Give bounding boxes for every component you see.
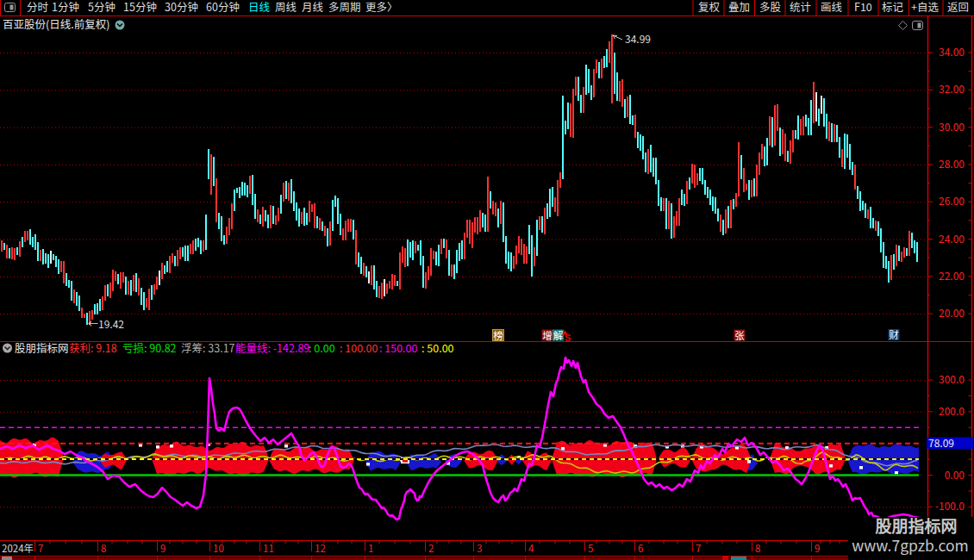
- svg-text:11: 11: [263, 541, 274, 555]
- svg-text:亏损: 90.82: 亏损: 90.82: [122, 339, 177, 356]
- svg-text:0.00: 0.00: [945, 467, 965, 482]
- svg-text:1: 1: [368, 541, 373, 555]
- svg-text:周线: 周线: [275, 0, 297, 15]
- svg-text:8: 8: [101, 541, 106, 555]
- svg-text:多股: 多股: [759, 0, 782, 15]
- svg-text:32.00: 32.00: [939, 81, 965, 96]
- svg-text:分时: 分时: [27, 0, 49, 15]
- svg-text:: 150.00: : 150.00: [379, 339, 418, 356]
- svg-text:百亚股份(日线.前复权): 百亚股份(日线.前复权): [3, 16, 109, 32]
- svg-text:更多〉: 更多〉: [365, 0, 398, 15]
- svg-text:多周期: 多周期: [328, 0, 361, 15]
- svg-text:7: 7: [38, 541, 43, 555]
- svg-text:12: 12: [315, 541, 326, 555]
- svg-text:30.00: 30.00: [939, 119, 965, 134]
- svg-text:叠加: 叠加: [728, 0, 750, 15]
- svg-text:标记: 标记: [882, 0, 904, 15]
- svg-text:60分钟: 60分钟: [206, 0, 240, 15]
- svg-text:浮筹: 33.17: 浮筹: 33.17: [181, 339, 235, 356]
- svg-text:78.09: 78.09: [928, 435, 954, 450]
- svg-text:4: 4: [528, 541, 534, 555]
- svg-text:能量线: -142.89: 能量线: -142.89: [235, 339, 309, 356]
- svg-text:10: 10: [213, 541, 224, 555]
- svg-text:返回: 返回: [947, 0, 969, 15]
- svg-text:34.00: 34.00: [939, 44, 965, 59]
- svg-text:22.00: 22.00: [939, 268, 965, 283]
- svg-text:画线: 画线: [821, 0, 843, 15]
- svg-text:www.7gpzb.com: www.7gpzb.com: [852, 534, 968, 556]
- svg-text:: 100.00: : 100.00: [340, 339, 378, 356]
- svg-text:6: 6: [638, 541, 643, 555]
- svg-text:←19.42: ←19.42: [88, 316, 124, 331]
- svg-text:张: 张: [734, 328, 745, 342]
- svg-text:9: 9: [160, 541, 165, 555]
- svg-text:: 0.00: : 0.00: [309, 339, 335, 356]
- svg-text:300.0: 300.0: [939, 371, 965, 386]
- svg-text:解: 解: [553, 328, 564, 342]
- svg-text:股朋指标网: 股朋指标网: [15, 339, 69, 356]
- svg-text:日线: 日线: [248, 0, 271, 15]
- svg-text:-100.0: -100.0: [935, 498, 965, 513]
- svg-text:8: 8: [755, 541, 760, 555]
- svg-text:2024年: 2024年: [2, 541, 34, 555]
- svg-text:9: 9: [815, 541, 820, 555]
- svg-text:+自选: +自选: [911, 0, 939, 15]
- svg-text:获利: 9.18: 获利: 9.18: [69, 339, 117, 356]
- svg-text:200.0: 200.0: [939, 403, 965, 418]
- svg-text:34.99: 34.99: [625, 31, 651, 46]
- svg-text:28.00: 28.00: [939, 156, 965, 171]
- svg-text:统计: 统计: [790, 0, 811, 15]
- svg-text:财: 财: [889, 327, 899, 341]
- svg-text:3: 3: [477, 541, 482, 555]
- svg-text:榜: 榜: [493, 328, 503, 342]
- svg-text:24.00: 24.00: [939, 231, 965, 246]
- svg-text:复权: 复权: [698, 0, 721, 15]
- svg-text:股朋指标网: 股朋指标网: [875, 513, 957, 537]
- svg-text:30分钟: 30分钟: [165, 0, 198, 15]
- svg-text:2: 2: [428, 541, 434, 555]
- svg-text:15分钟: 15分钟: [123, 0, 157, 15]
- svg-text:5: 5: [588, 541, 593, 555]
- svg-text:1分钟: 1分钟: [52, 0, 79, 15]
- svg-text:5分钟: 5分钟: [88, 0, 116, 15]
- svg-text:7: 7: [696, 541, 701, 555]
- svg-text:增: 增: [542, 328, 553, 342]
- svg-text:: 50.00: : 50.00: [421, 339, 454, 356]
- svg-text:26.00: 26.00: [939, 193, 965, 208]
- svg-text:F10: F10: [854, 0, 872, 15]
- svg-text:月线: 月线: [302, 0, 324, 15]
- svg-text:20.00: 20.00: [939, 305, 965, 320]
